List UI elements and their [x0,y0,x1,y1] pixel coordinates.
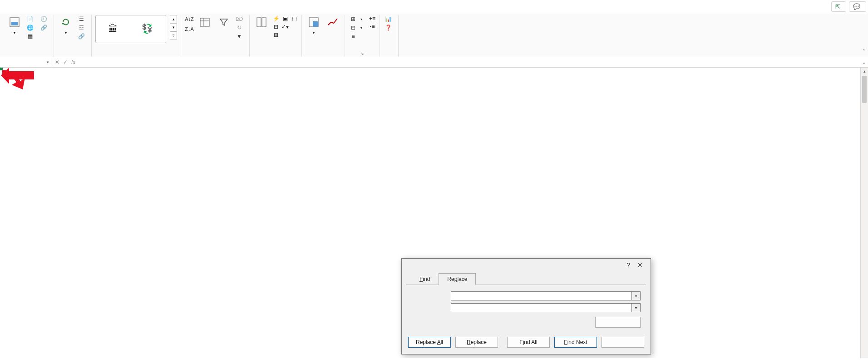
from-table-button[interactable]: ▦ [25,32,36,40]
group-data-tools: ⚡ ▣ ⬚ ⊟ ✓▾ ⊞ [250,15,302,57]
name-box[interactable] [0,57,51,67]
annotation-arrow-icon [0,68,36,86]
solver-button[interactable]: ❓ [384,24,395,32]
share-icon: ⇱ [835,3,840,10]
existing-connections-button[interactable]: 🔗 [39,24,50,32]
refresh-icon [59,16,72,29]
forecast-sheet-button[interactable] [325,15,341,30]
sort-icon [198,16,211,29]
up-arrow-icon[interactable]: ▴ [170,15,177,23]
replace-all-button[interactable]: Replace All [408,337,451,348]
dropdown-icon[interactable]: ▾ [632,291,641,300]
hide-detail-icon[interactable]: -≡ [369,23,376,30]
forecast-icon [326,16,339,29]
data-model-icon[interactable]: ⊞ [272,31,280,39]
tab-replace[interactable]: Replace [439,273,476,285]
scroll-up-icon[interactable]: ▴ [861,68,868,75]
svg-rect-6 [262,18,266,27]
find-replace-dialog: ? ✕ Find Replace ▾ ▾ Replace All Replace… [401,258,651,354]
edit-links-button: 🔗 [77,32,88,40]
group-label [306,56,341,57]
sort-asc-button[interactable]: A↓Z [185,15,194,23]
properties-button: ☲ [77,24,88,32]
tab-find[interactable]: Find [411,273,439,285]
get-data-button[interactable]: ▾ [6,15,23,37]
find-all-button[interactable]: Find All [507,337,550,348]
data-validation-icon[interactable]: ✓▾ [281,23,289,30]
down-arrow-icon[interactable]: ▾ [170,23,177,31]
table-icon: ▦ [26,33,34,40]
replace-with-input[interactable] [451,303,632,312]
replace-button[interactable]: Replace [455,337,498,348]
advanced-icon: ▼ [236,33,243,40]
recent-icon: 🕘 [40,15,47,23]
stocks-icon: 🏛 [108,24,118,34]
group-label [6,56,50,57]
svg-rect-5 [257,18,261,27]
group-label [253,56,298,57]
chevron-down-icon: ▾ [360,17,362,21]
chevron-down-icon: ▾ [313,30,315,36]
share-button[interactable]: ⇱ [831,1,846,12]
dropdown-icon[interactable]: ▾ [632,303,641,312]
close-icon[interactable]: ✕ [634,261,646,269]
subtotal-button[interactable]: ≡ [349,32,363,40]
svg-rect-1 [11,22,18,25]
recent-sources-button[interactable]: 🕘 [39,15,50,23]
more-icon[interactable]: ▿ [170,31,177,39]
filter-icon [217,16,230,29]
expand-formula-icon[interactable]: ⌄ [860,59,868,65]
sort-button[interactable] [197,15,213,30]
scroll-thumb[interactable] [862,76,867,103]
vertical-scrollbar[interactable]: ▴ [860,68,868,358]
from-web-button[interactable]: 🌐 [25,24,36,32]
collapse-ribbon-button[interactable]: ˄ [863,49,865,55]
text-to-columns-button[interactable] [253,15,270,30]
ungroup-button[interactable]: ⊟ ▾ [349,24,363,32]
cancel-icon[interactable]: ✕ [55,59,59,65]
group-forecast: ▾ [302,15,345,57]
solver-icon: ❓ [385,24,392,31]
refresh-all-button[interactable]: ▾ [58,15,74,37]
from-text-csv-button[interactable]: 📄 [25,15,36,23]
ribbon: ▾ 📄 🌐 ▦ 🕘 🔗 ▾ ☰ ☲ 🔗 [0,13,868,57]
connect-icon: 🔗 [40,24,47,31]
gallery-nav[interactable]: ▴▾▿ [170,15,177,39]
sort-desc-button[interactable]: Z↓A [185,25,194,33]
group-sort-filter: A↓Z Z↓A ⌦ ↻ ▼ [181,15,250,57]
reapply-button: ↻ [235,24,246,32]
queries-connections-button[interactable]: ☰ [77,15,88,23]
comments-button[interactable]: 💬 [849,1,866,12]
group-queries: ▾ ☰ ☲ 🔗 [54,15,92,57]
data-analysis-button[interactable]: 📊 [384,15,395,23]
show-detail-icon[interactable]: +≡ [369,15,376,22]
group-outline: ⊞ ▾ ⊟ ▾ ≡ +≡ -≡ ↘ [345,15,380,57]
properties-icon: ☲ [78,24,85,31]
clear-button: ⌦ [235,15,246,23]
help-button[interactable]: ? [622,261,634,269]
find-what-input[interactable] [451,291,632,300]
flash-fill-icon[interactable]: ⚡ [272,15,280,22]
group-label [58,56,88,57]
dialog-launcher-icon[interactable]: ↘ [360,51,364,56]
find-next-button[interactable]: Find Next [554,337,597,348]
close-button[interactable] [602,337,644,348]
filter-button[interactable] [216,15,232,30]
what-if-button[interactable]: ▾ [306,15,322,37]
fx-icon[interactable]: fx [71,59,75,65]
group-label [384,56,395,57]
sort-asc-icon: A↓Z [186,15,193,23]
fill-handle[interactable] [0,68,3,70]
subtotal-icon: ≡ [350,33,357,40]
remove-duplicates-icon[interactable]: ⊟ [272,23,280,30]
advanced-button[interactable]: ▼ [235,32,246,40]
data-types-gallery[interactable]: 🏛 💱 [95,15,166,43]
file-icon: 📄 [26,15,34,23]
group-button[interactable]: ⊞ ▾ [349,15,363,23]
formula-bar: ✕ ✓ fx ⌄ [0,57,868,68]
get-data-icon [8,16,21,29]
options-button[interactable] [595,317,641,328]
consolidate-icon[interactable]: ▣ [281,15,289,22]
enter-icon[interactable]: ✓ [63,59,68,65]
relationships-icon[interactable]: ⬚ [291,15,298,22]
